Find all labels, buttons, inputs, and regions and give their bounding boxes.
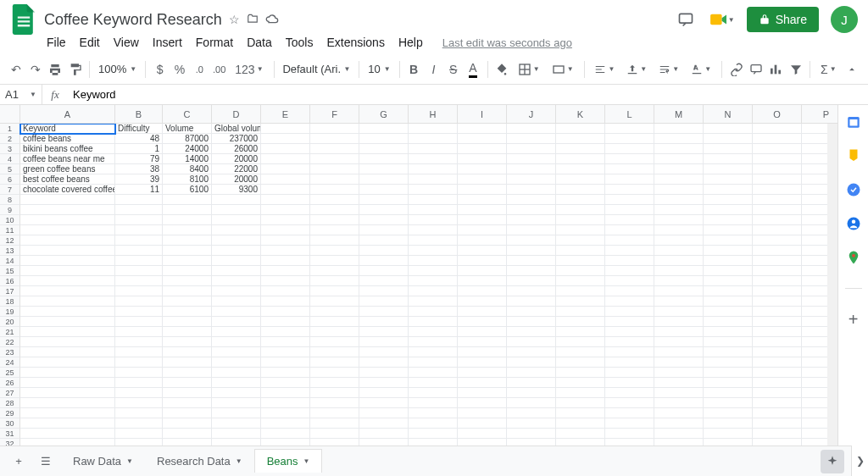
bold-button[interactable]: B bbox=[404, 58, 422, 80]
cell[interactable] bbox=[507, 317, 556, 327]
cell[interactable] bbox=[704, 337, 753, 347]
show-side-panel-button[interactable]: ❯ bbox=[851, 446, 868, 476]
cell[interactable] bbox=[212, 337, 261, 347]
cell[interactable] bbox=[605, 134, 654, 144]
cell[interactable] bbox=[310, 215, 359, 225]
cell[interactable] bbox=[605, 164, 654, 174]
cell[interactable] bbox=[115, 378, 163, 388]
cell[interactable] bbox=[753, 185, 802, 195]
cell[interactable] bbox=[409, 378, 458, 388]
cell[interactable] bbox=[556, 174, 605, 185]
cell[interactable] bbox=[310, 154, 359, 164]
row-header[interactable]: 5 bbox=[0, 164, 20, 174]
cell[interactable] bbox=[115, 195, 163, 205]
column-header[interactable]: P bbox=[802, 105, 837, 123]
insert-comment-button[interactable] bbox=[747, 58, 765, 80]
cell[interactable] bbox=[654, 347, 704, 357]
cell[interactable] bbox=[20, 429, 115, 439]
cell[interactable] bbox=[261, 205, 310, 215]
cell[interactable] bbox=[163, 266, 212, 276]
cell[interactable] bbox=[359, 429, 409, 439]
cell[interactable] bbox=[458, 286, 507, 296]
cell[interactable] bbox=[654, 357, 704, 368]
cell[interactable] bbox=[753, 276, 802, 286]
cell[interactable] bbox=[409, 124, 458, 134]
cell[interactable] bbox=[409, 266, 458, 276]
cell[interactable] bbox=[605, 225, 654, 235]
cell[interactable] bbox=[654, 276, 704, 286]
cell[interactable] bbox=[261, 256, 310, 266]
cell[interactable] bbox=[409, 337, 458, 347]
cell[interactable] bbox=[507, 144, 556, 154]
cell[interactable] bbox=[654, 266, 704, 276]
cell[interactable] bbox=[212, 398, 261, 408]
cell[interactable] bbox=[507, 337, 556, 347]
cell[interactable] bbox=[359, 205, 409, 215]
cell[interactable] bbox=[409, 439, 458, 446]
cell[interactable] bbox=[605, 154, 654, 164]
redo-button[interactable]: ↷ bbox=[26, 58, 44, 80]
cell[interactable] bbox=[163, 256, 212, 266]
cell[interactable] bbox=[359, 195, 409, 205]
column-header[interactable]: F bbox=[310, 105, 359, 123]
cell[interactable] bbox=[704, 276, 753, 286]
cell[interactable] bbox=[212, 286, 261, 296]
cell[interactable] bbox=[704, 408, 753, 418]
cell[interactable] bbox=[556, 225, 605, 235]
cell[interactable] bbox=[261, 317, 310, 327]
cell[interactable]: 11 bbox=[115, 185, 163, 195]
cell[interactable] bbox=[605, 357, 654, 368]
cell[interactable] bbox=[409, 144, 458, 154]
cell[interactable] bbox=[163, 205, 212, 215]
menu-data[interactable]: Data bbox=[241, 33, 278, 52]
row-header[interactable]: 12 bbox=[0, 235, 20, 246]
print-button[interactable] bbox=[47, 58, 64, 80]
cell[interactable] bbox=[310, 164, 359, 174]
cell[interactable] bbox=[359, 235, 409, 246]
cell[interactable] bbox=[605, 124, 654, 134]
cell[interactable] bbox=[704, 174, 753, 185]
functions-button[interactable]: Σ▼ bbox=[815, 58, 842, 80]
cell[interactable] bbox=[163, 195, 212, 205]
column-header[interactable]: K bbox=[556, 105, 605, 123]
cell[interactable] bbox=[212, 327, 261, 337]
row-header[interactable]: 23 bbox=[0, 347, 20, 357]
cell[interactable] bbox=[556, 337, 605, 347]
row-header[interactable]: 21 bbox=[0, 327, 20, 337]
cell[interactable] bbox=[458, 357, 507, 368]
cell[interactable] bbox=[409, 185, 458, 195]
cell[interactable] bbox=[458, 266, 507, 276]
font-size-dropdown[interactable]: 10▼ bbox=[364, 58, 393, 80]
menu-tools[interactable]: Tools bbox=[280, 33, 320, 52]
cell[interactable]: 39 bbox=[115, 174, 163, 185]
cell[interactable] bbox=[359, 398, 409, 408]
cell[interactable] bbox=[310, 388, 359, 398]
cell[interactable] bbox=[115, 286, 163, 296]
cell[interactable] bbox=[556, 296, 605, 307]
cell[interactable] bbox=[654, 408, 704, 418]
row-header[interactable]: 24 bbox=[0, 357, 20, 368]
add-addons-icon[interactable]: + bbox=[845, 311, 862, 328]
text-rotation-button[interactable]: ▼ bbox=[686, 58, 716, 80]
cell[interactable] bbox=[20, 235, 115, 246]
column-header[interactable]: C bbox=[163, 105, 212, 123]
column-header[interactable]: B bbox=[115, 105, 163, 123]
cell[interactable] bbox=[20, 418, 115, 429]
row-header[interactable]: 25 bbox=[0, 368, 20, 378]
cell[interactable] bbox=[458, 195, 507, 205]
column-header[interactable]: M bbox=[654, 105, 704, 123]
cell[interactable] bbox=[409, 307, 458, 317]
cell[interactable] bbox=[163, 327, 212, 337]
row-header[interactable]: 16 bbox=[0, 276, 20, 286]
cell[interactable] bbox=[507, 195, 556, 205]
cell[interactable] bbox=[704, 357, 753, 368]
paint-format-button[interactable] bbox=[66, 58, 84, 80]
cell[interactable] bbox=[115, 408, 163, 418]
cell[interactable] bbox=[163, 317, 212, 327]
cell[interactable] bbox=[20, 296, 115, 307]
merge-cells-button[interactable]: ▼ bbox=[547, 58, 579, 80]
column-header[interactable]: I bbox=[458, 105, 507, 123]
cell[interactable] bbox=[359, 378, 409, 388]
cell[interactable] bbox=[556, 134, 605, 144]
cell[interactable] bbox=[704, 195, 753, 205]
